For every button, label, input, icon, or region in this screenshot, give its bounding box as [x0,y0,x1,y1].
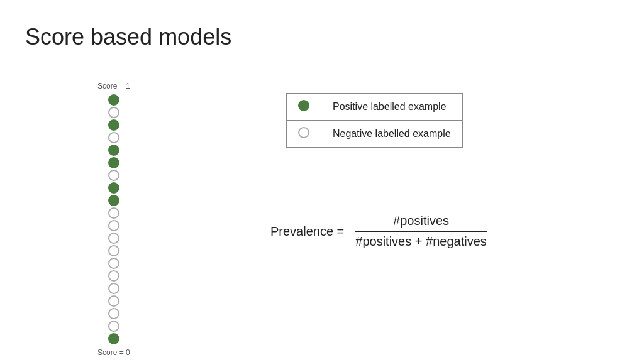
dot-4 [108,145,119,156]
dot-9 [108,207,119,219]
score-label-top: Score = 1 [97,82,130,90]
legend-positive-dot [298,100,309,111]
dot-19 [108,333,119,344]
legend-negative-label: Negative labelled example [321,121,463,148]
dot-6 [108,170,119,181]
dot-5 [108,157,119,168]
score-chart: Score = 1 Score = 0 [97,82,130,357]
dot-18 [108,321,119,332]
dot-13 [108,258,119,269]
prevalence-fraction: #positives #positives + #negatives [355,214,486,249]
legend-table: Positive labelled example Negative label… [286,93,463,148]
page-title: Score based models [25,24,231,50]
dot-11 [108,233,119,244]
dot-0 [108,94,119,106]
dot-7 [108,182,119,194]
legend-negative-dot [298,127,309,138]
dots-container [108,94,119,344]
dot-15 [108,283,119,294]
score-label-bottom: Score = 0 [97,348,130,357]
legend-negative-row: Negative labelled example [287,121,463,148]
legend-positive-row: Positive labelled example [287,94,463,121]
prevalence-label: Prevalence = [270,224,344,239]
legend-positive-icon-cell [287,94,321,121]
prevalence-section: Prevalence = #positives #positives + #ne… [270,214,487,249]
legend-positive-label: Positive labelled example [321,94,463,121]
dot-10 [108,220,119,231]
dot-14 [108,270,119,282]
prevalence-numerator: #positives [393,214,449,231]
dot-3 [108,132,119,143]
dot-1 [108,107,119,118]
dot-16 [108,295,119,307]
prevalence-denominator: #positives + #negatives [355,232,486,249]
dot-8 [108,195,119,206]
dot-17 [108,308,119,319]
legend-negative-icon-cell [287,121,321,148]
dot-2 [108,119,119,131]
dot-12 [108,245,119,256]
